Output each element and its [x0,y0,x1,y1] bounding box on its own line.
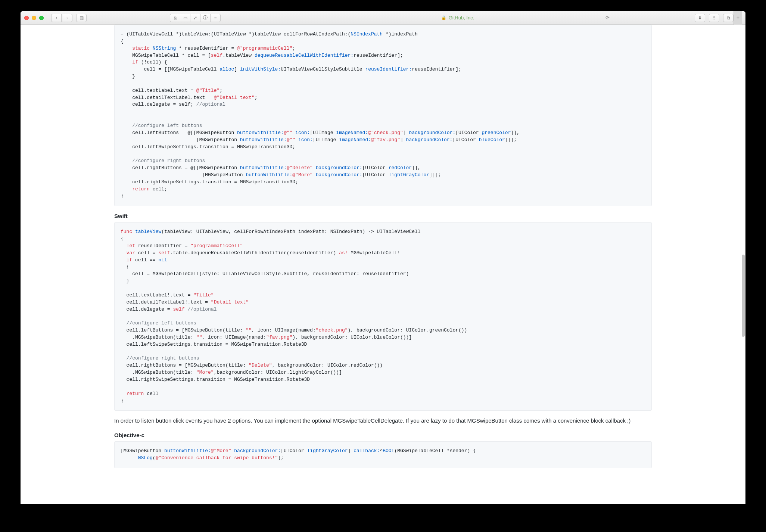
titlebar: ‹ › ▥ ⎘ ▭ ⤢ ⓘ ≡ 🔒 GitHub, Inc. ⟳ [21,11,745,25]
paragraph-callback-options: In order to listen button click events y… [114,417,652,425]
info-icon: ⓘ [203,15,208,21]
downloads-button[interactable]: ⬇ [695,14,705,22]
close-window-button[interactable] [24,16,29,20]
share-icon: ⇪ [712,15,716,21]
sidebar-icon: ▥ [80,15,84,21]
code-content: [MGSwipeButton buttonWithTitle:@"More" b… [121,448,645,462]
reload-button[interactable]: ⟳ [605,15,610,21]
download-icon: ⬇ [698,15,702,21]
plus-icon: ＋ [735,15,741,21]
share-button[interactable]: ⇪ [709,14,719,22]
lock-icon: 🔒 [441,15,446,20]
code-block-objc-cellforrow: - (UITableViewCell *)tableView:(UITableV… [114,25,652,206]
code-content: func tableView(tableView: UITableView, c… [121,228,645,404]
layout-icon: ▭ [183,15,187,21]
window-controls [24,16,44,20]
sidebar-toggle-button[interactable]: ▥ [76,14,87,22]
reader-icon: ⎘ [174,15,177,21]
fullscreen-button[interactable]: ⤢ [190,14,200,22]
code-content: - (UITableViewCell *)tableView:(UITableV… [121,31,645,200]
new-tab-button[interactable]: ＋ [734,11,742,25]
address-bar[interactable]: 🔒 GitHub, Inc. ⟳ [221,15,695,21]
vertical-scrollbar[interactable] [742,255,745,337]
info-button[interactable]: ⓘ [200,14,211,22]
reader-button[interactable]: ⎘ [170,14,180,22]
tabs-button[interactable]: ⧉ [723,14,734,22]
safari-window: ‹ › ▥ ⎘ ▭ ⤢ ⓘ ≡ 🔒 GitHub, Inc. ⟳ [21,11,745,504]
layout-button[interactable]: ▭ [180,14,190,22]
chevron-right-icon: › [66,15,68,21]
heading-swift: Swift [114,213,652,219]
chevron-left-icon: ‹ [56,15,57,21]
forward-button[interactable]: › [62,14,72,22]
list-button[interactable]: ≡ [210,14,221,22]
expand-icon: ⤢ [193,15,197,21]
code-block-swift-cellforrow: func tableView(tableView: UITableView, c… [114,222,652,411]
web-content[interactable]: - (UITableViewCell *)tableView:(UITableV… [21,25,745,504]
fullscreen-window-button[interactable] [39,16,44,20]
back-button[interactable]: ‹ [51,14,62,22]
tabs-icon: ⧉ [727,15,730,21]
list-icon: ≡ [214,15,217,21]
minimize-window-button[interactable] [32,16,36,20]
address-host: GitHub, Inc. [449,15,474,21]
code-block-objc-callback: [MGSwipeButton buttonWithTitle:@"More" b… [114,441,652,468]
heading-objc: Objective-c [114,432,652,438]
